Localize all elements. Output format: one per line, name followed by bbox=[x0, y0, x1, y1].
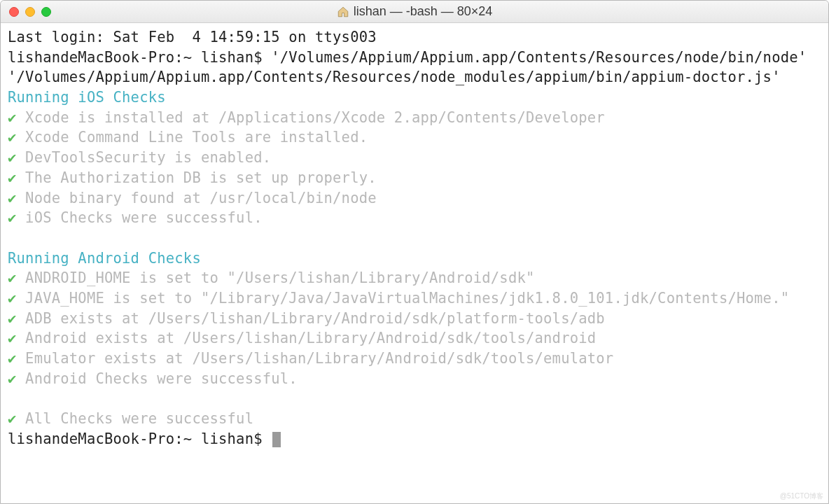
cursor bbox=[272, 432, 281, 447]
titlebar[interactable]: lishan — -bash — 80×24 bbox=[1, 1, 828, 23]
watermark: @51CTO博客 bbox=[780, 491, 823, 501]
window-title: lishan — -bash — 80×24 bbox=[354, 4, 493, 19]
terminal-body[interactable]: Last login: Sat Feb 4 14:59:15 on ttys00… bbox=[1, 23, 828, 503]
home-icon bbox=[337, 6, 349, 18]
zoom-button[interactable] bbox=[41, 7, 51, 17]
terminal-window: lishan — -bash — 80×24 Last login: Sat F… bbox=[0, 0, 829, 504]
traffic-lights bbox=[1, 7, 51, 17]
close-button[interactable] bbox=[9, 7, 19, 17]
minimize-button[interactable] bbox=[25, 7, 35, 17]
window-title-wrap: lishan — -bash — 80×24 bbox=[1, 4, 828, 19]
